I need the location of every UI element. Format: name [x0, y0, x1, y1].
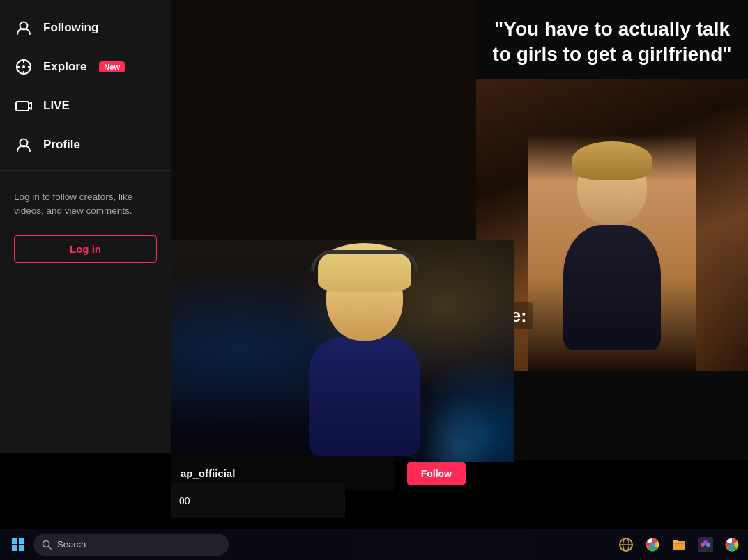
following-icon [14, 18, 33, 38]
profile-icon [14, 135, 33, 155]
explore-new-badge: New [99, 61, 125, 72]
svg-point-20 [650, 542, 655, 547]
start-button[interactable] [6, 532, 31, 557]
webcam-overlay [171, 240, 514, 462]
meme-line2: to girls to get a girlfriend" [492, 43, 731, 65]
svg-rect-10 [19, 538, 24, 544]
sidebar-divider [0, 170, 171, 171]
svg-point-2 [22, 65, 25, 68]
streamer-headphones [311, 250, 418, 271]
streamer-figure [253, 254, 476, 462]
person-portrait [528, 134, 696, 371]
live-label: LIVE [43, 99, 70, 113]
svg-line-14 [49, 546, 52, 549]
streamer-head [326, 254, 403, 341]
sidebar: Following Explore New LIVE [0, 0, 171, 453]
taskbar-search-bar[interactable]: Search [33, 534, 229, 556]
timestamp-bar: 00 [171, 483, 345, 518]
svg-rect-22 [673, 540, 678, 543]
explore-icon [14, 57, 33, 77]
video-panel: "You have to actually talk to girls to g… [476, 0, 748, 460]
portrait-hair [572, 141, 652, 180]
portrait-body [563, 225, 661, 350]
taskbar-icons [616, 534, 742, 555]
sidebar-item-explore[interactable]: Explore New [0, 47, 171, 86]
taskbar-chrome-icon[interactable] [642, 534, 663, 555]
streamer-body [309, 337, 420, 456]
meme-top-text: "You have to actually talk to girls to g… [476, 0, 748, 79]
svg-point-28 [730, 542, 735, 547]
taskbar-app-icon[interactable] [695, 534, 716, 555]
taskbar-network-icon[interactable] [616, 534, 636, 555]
timestamp-text: 00 [179, 495, 190, 506]
follow-button[interactable]: Follow [407, 462, 466, 485]
taskbar: Search [0, 529, 748, 560]
username-text: ap_offiicial [181, 467, 235, 479]
login-button[interactable]: Log in [14, 235, 157, 263]
sidebar-item-profile[interactable]: Profile [0, 125, 171, 164]
profile-label: Profile [43, 138, 80, 152]
explore-label: Explore [43, 60, 86, 74]
taskbar-search-text: Search [57, 539, 86, 550]
login-prompt-text: Log in to follow creators, like videos, … [0, 179, 171, 230]
portrait-head [577, 148, 647, 225]
meme-line1: "You have to actually talk [494, 18, 730, 40]
taskbar-chrome2-icon[interactable] [722, 534, 742, 555]
sidebar-item-following[interactable]: Following [0, 8, 171, 47]
svg-rect-9 [12, 538, 17, 544]
meme-image-area: Me: [476, 79, 748, 371]
svg-rect-12 [19, 545, 24, 551]
taskbar-files-icon[interactable] [669, 534, 689, 555]
sidebar-item-live[interactable]: LIVE [0, 86, 171, 125]
svg-point-26 [703, 540, 708, 545]
svg-rect-7 [16, 102, 29, 111]
following-label: Following [43, 21, 98, 35]
svg-rect-11 [12, 545, 17, 551]
live-icon [14, 96, 33, 116]
